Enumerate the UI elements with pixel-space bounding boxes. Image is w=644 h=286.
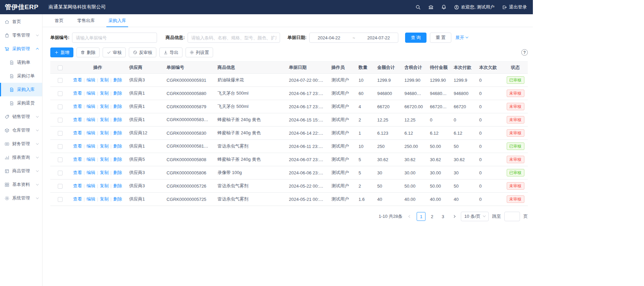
jump-page-input[interactable] — [504, 212, 520, 221]
row-action-view[interactable]: 查看 — [73, 130, 82, 135]
row-action-copy[interactable]: 复制 — [100, 104, 109, 109]
welcome-user[interactable]: 欢迎您, 测试用户 — [454, 4, 494, 10]
page-button-3[interactable]: 3 — [438, 212, 447, 221]
row-action-delete[interactable]: 删除 — [113, 117, 122, 122]
sidebar-item-retail[interactable]: 零售管理 — [0, 28, 42, 42]
tab-purchase-inbound[interactable]: 采购入库 — [104, 14, 131, 27]
row-action-copy[interactable]: 复制 — [100, 144, 109, 149]
row-checkbox[interactable] — [58, 104, 63, 109]
row-action-edit[interactable]: 编辑 — [86, 183, 95, 188]
row-checkbox[interactable] — [58, 91, 63, 96]
row-action-view[interactable]: 查看 — [73, 196, 82, 202]
row-action-view[interactable]: 查看 — [73, 117, 82, 122]
row-action-copy[interactable]: 复制 — [100, 130, 109, 135]
sidebar-item-warehouse[interactable]: 仓库管理 — [0, 123, 42, 137]
row-action-edit[interactable]: 编辑 — [86, 144, 95, 149]
reset-button[interactable]: 重置 — [430, 33, 451, 43]
product-info-input[interactable] — [188, 33, 280, 43]
page-button-1[interactable]: 1 — [417, 212, 425, 221]
row-action-edit[interactable]: 编辑 — [86, 117, 95, 122]
row-action-delete[interactable]: 删除 — [113, 77, 122, 82]
row-action-delete[interactable]: 删除 — [113, 144, 122, 149]
logout-button[interactable]: 退出登录 — [502, 4, 527, 10]
sidebar-item-report[interactable]: 报表查询 — [0, 151, 42, 164]
row-action-delete[interactable]: 删除 — [113, 183, 122, 188]
row-action-view[interactable]: 查看 — [73, 104, 82, 109]
row-action-copy[interactable]: 复制 — [100, 170, 109, 175]
row-checkbox[interactable] — [58, 118, 63, 122]
tab-home[interactable]: 首页 — [50, 14, 68, 27]
add-button[interactable]: 新增 — [50, 47, 73, 57]
expand-toggle[interactable]: 展开 — [455, 35, 468, 41]
row-action-copy[interactable]: 复制 — [100, 196, 109, 202]
row-action-delete[interactable]: 删除 — [113, 170, 122, 175]
bill-no-input[interactable] — [72, 33, 157, 43]
unaudit-button[interactable]: 反审核 — [129, 47, 156, 57]
select-all-checkbox[interactable] — [58, 65, 63, 70]
sidebar-item-goods[interactable]: 商品管理 — [0, 164, 42, 178]
row-action-edit[interactable]: 编辑 — [86, 104, 95, 109]
page-button-2[interactable]: 2 — [428, 212, 436, 221]
row-action-copy[interactable]: 复制 — [100, 77, 109, 82]
sidebar-item-purchase-return[interactable]: 采购退货 — [0, 96, 42, 110]
row-action-copy[interactable]: 复制 — [100, 91, 109, 96]
cell-amount-total: 66720 — [374, 100, 401, 113]
sidebar-item-sales[interactable]: 销售管理 — [0, 110, 42, 123]
row-checkbox[interactable] — [58, 131, 63, 136]
row-action-delete[interactable]: 删除 — [113, 196, 122, 202]
row-action-edit[interactable]: 编辑 — [86, 91, 95, 96]
search-icon[interactable] — [415, 4, 421, 10]
sidebar-item-purchase[interactable]: 采购管理 — [0, 42, 42, 56]
row-action-copy[interactable]: 复制 — [100, 183, 109, 188]
bell-icon[interactable] — [441, 4, 447, 10]
sidebar-item-purchase-inbound[interactable]: 采购入库 — [0, 83, 42, 96]
row-action-view[interactable]: 查看 — [73, 157, 82, 162]
row-action-edit[interactable]: 编辑 — [86, 196, 95, 202]
row-action-delete[interactable]: 删除 — [113, 104, 122, 109]
row-action-delete[interactable]: 删除 — [113, 130, 122, 135]
row-checkbox[interactable] — [58, 171, 63, 175]
row-action-view[interactable]: 查看 — [73, 144, 82, 149]
sidebar-item-purchase-request[interactable]: 请购单 — [0, 56, 42, 69]
search-button[interactable]: 查询 — [405, 33, 427, 43]
sidebar-item-finance[interactable]: 财务管理 — [0, 137, 42, 151]
sidebar-item-basedata[interactable]: 基本资料 — [0, 178, 42, 191]
date-to-input[interactable] — [363, 35, 395, 40]
row-checkbox[interactable] — [58, 78, 63, 83]
prev-page-button[interactable] — [406, 212, 413, 221]
row-action-edit[interactable]: 编辑 — [86, 170, 95, 175]
delete-button[interactable]: 删除 — [76, 47, 100, 57]
row-action-edit[interactable]: 编辑 — [86, 130, 95, 135]
row-action-edit[interactable]: 编辑 — [86, 77, 95, 82]
row-checkbox[interactable] — [58, 157, 63, 162]
row-action-delete[interactable]: 删除 — [113, 91, 122, 96]
transaction-icon[interactable] — [428, 4, 434, 10]
row-action-copy[interactable]: 复制 — [100, 117, 109, 122]
row-action-view[interactable]: 查看 — [73, 170, 82, 175]
sidebar-item-purchase-order[interactable]: 采购订单 — [0, 69, 42, 83]
audit-button[interactable]: 审核 — [103, 47, 126, 57]
help-icon[interactable]: ? — [521, 49, 528, 56]
cell-product: 蜂蜜柚子茶 240g 黄色 — [214, 127, 285, 140]
row-action-copy[interactable]: 复制 — [100, 157, 109, 162]
sidebar-item-home[interactable]: 首页 — [0, 15, 42, 28]
app-logo[interactable]: 管伊佳ERP — [0, 3, 42, 12]
row-checkbox[interactable] — [58, 184, 63, 189]
export-button[interactable]: 导出 — [159, 47, 182, 57]
row-checkbox[interactable] — [58, 144, 63, 149]
row-action-view[interactable]: 查看 — [73, 183, 82, 188]
row-actions-cell: 查看|编辑|复制|删除 — [70, 166, 126, 179]
date-from-input[interactable] — [313, 35, 345, 40]
date-range-picker[interactable]: ~ — [309, 33, 398, 43]
next-page-button[interactable] — [451, 212, 457, 221]
sidebar-item-system[interactable]: 系统管理 — [0, 191, 42, 205]
row-action-delete[interactable]: 删除 — [113, 157, 122, 162]
sidebar-item-label: 基本资料 — [12, 182, 36, 188]
row-action-view[interactable]: 查看 — [73, 91, 82, 96]
tab-retail-outbound[interactable]: 零售出库 — [72, 14, 100, 27]
column-settings-button[interactable]: 列设置 — [186, 47, 213, 57]
row-checkbox[interactable] — [58, 197, 63, 202]
row-action-edit[interactable]: 编辑 — [86, 157, 95, 162]
page-size-select[interactable]: 10 条/页 — [461, 212, 489, 221]
row-action-view[interactable]: 查看 — [73, 77, 82, 82]
